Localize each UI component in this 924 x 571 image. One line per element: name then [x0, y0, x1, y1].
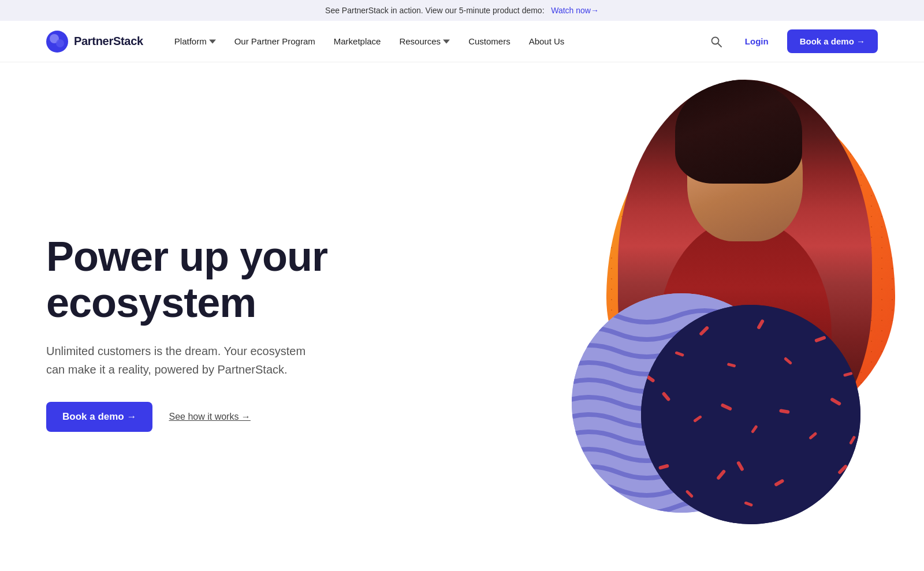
logo-text: PartnerStack: [74, 35, 143, 48]
nav-marketplace[interactable]: Marketplace: [326, 32, 389, 51]
book-demo-button[interactable]: Book a demo →: [787, 29, 878, 53]
nav-about-us[interactable]: About Us: [521, 32, 573, 51]
logo[interactable]: PartnerStack: [46, 31, 143, 53]
hero-title: Power up your ecosystem: [46, 234, 327, 325]
announcement-text: See PartnerStack in action. View our 5-m…: [325, 6, 545, 15]
person-hair: [675, 80, 802, 184]
logo-icon: [46, 31, 68, 53]
announcement-link[interactable]: Watch now→: [551, 6, 599, 15]
header: PartnerStack Platform Our Partner Progra…: [0, 21, 924, 62]
svg-rect-6: [641, 305, 860, 524]
nav-partner-program[interactable]: Our Partner Program: [226, 32, 323, 51]
hero-content: Power up your ecosystem Unlimited custom…: [46, 234, 327, 431]
hero-subtitle: Unlimited customers is the dream. Your e…: [46, 342, 323, 379]
chevron-down-icon: [443, 38, 450, 45]
svg-rect-26: [800, 513, 808, 522]
nav-platform[interactable]: Platform: [166, 32, 224, 51]
chevron-down-icon: [209, 38, 216, 45]
nav-customers[interactable]: Customers: [460, 32, 519, 51]
main-nav: Platform Our Partner Program Marketplace…: [166, 32, 706, 51]
search-icon: [710, 36, 722, 47]
svg-point-2: [56, 39, 64, 47]
hero-visual: [502, 62, 924, 559]
navy-confetti-blob: [641, 305, 860, 524]
nav-actions: Login Book a demo →: [706, 29, 878, 53]
hero-book-demo-button[interactable]: Book a demo →: [46, 402, 152, 432]
svg-rect-28: [669, 513, 680, 518]
hero-ctas: Book a demo → See how it works →: [46, 402, 327, 432]
svg-rect-29: [826, 497, 836, 503]
hero-how-it-works-link[interactable]: See how it works →: [169, 412, 250, 422]
login-button[interactable]: Login: [736, 32, 778, 51]
hero-section: Power up your ecosystem Unlimited custom…: [0, 62, 924, 569]
announcement-bar: See PartnerStack in action. View our 5-m…: [0, 0, 924, 21]
svg-line-4: [718, 43, 721, 47]
search-button[interactable]: [706, 31, 726, 52]
nav-resources[interactable]: Resources: [391, 32, 458, 51]
confetti-pattern: [641, 305, 860, 524]
